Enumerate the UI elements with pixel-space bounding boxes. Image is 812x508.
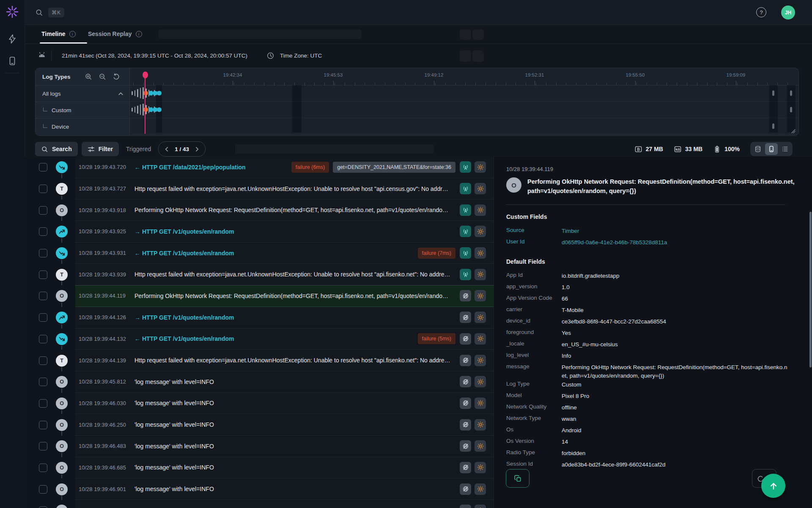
log-row-body[interactable]: 10/28 19:39:47.120 'log message' with le… (75, 500, 494, 508)
network-state-button[interactable] (460, 312, 471, 323)
brightness-button[interactable] (475, 312, 486, 323)
network-state-button[interactable] (460, 226, 471, 237)
log-row-body[interactable]: 10/28 19:39:43.925 → HTTP GET /v1/quotes… (75, 221, 494, 243)
view-mode-device-button[interactable] (765, 143, 778, 155)
log-row[interactable]: O 10/28 19:39:46.250 'log message' with … (25, 414, 494, 436)
zoom-out-icon[interactable] (99, 73, 106, 80)
log-row-body[interactable]: 10/28 19:39:45.812 'log message' with le… (75, 371, 494, 393)
brightness-button[interactable] (475, 290, 486, 301)
brightness-button[interactable] (475, 355, 486, 366)
log-row[interactable]: O 10/28 19:39:44.119 Performing OkHttp N… (25, 285, 494, 307)
row-checkbox[interactable] (39, 421, 47, 429)
brightness-button[interactable] (475, 161, 486, 173)
page-scrollbar-thumb[interactable] (809, 212, 812, 367)
log-row-body[interactable]: 10/28 19:39:44.119 Performing OkHttp Net… (75, 285, 494, 307)
prev-page-icon[interactable] (164, 146, 170, 152)
network-state-button[interactable] (460, 269, 471, 280)
timeline-plot[interactable]: 19:42:3419:45:5319:49:1219:52:3119:55:50… (130, 68, 798, 135)
log-row-body[interactable]: 10/28 19:39:43.931 ← HTTP GET /v1/quotes… (75, 243, 494, 264)
row-checkbox[interactable] (39, 399, 47, 408)
log-row[interactable]: 10/28 19:39:44.132 ← HTTP GET /v1/quotes… (25, 329, 494, 350)
row-checkbox[interactable] (39, 185, 47, 193)
log-type-row-all-logs[interactable]: All logs (36, 85, 129, 102)
brightness-button[interactable] (475, 505, 486, 508)
network-state-button[interactable] (460, 505, 471, 508)
global-search-input[interactable]: ⌘K (35, 6, 64, 19)
field-value[interactable]: wwan (562, 415, 576, 424)
field-value[interactable]: Yes (562, 329, 571, 338)
log-type-row-custom[interactable]: Custom (36, 102, 129, 118)
log-row-body[interactable]: 10/28 19:39:46.250 'log message' with le… (75, 414, 494, 436)
filter-button[interactable]: Filter (82, 142, 119, 156)
resize-handle-icon[interactable] (791, 129, 796, 133)
log-row[interactable]: O 10/28 19:39:43.918 Performing OkHttp N… (25, 199, 494, 221)
field-value[interactable]: 66 (562, 295, 568, 304)
row-checkbox[interactable] (39, 206, 47, 215)
field-value[interactable]: ce3efbd8-86f8-4c47-bcc2-27d2caa68554 (562, 318, 666, 326)
row-checkbox[interactable] (39, 227, 47, 236)
network-state-button[interactable] (460, 483, 471, 495)
network-state-button[interactable] (460, 376, 471, 387)
row-checkbox[interactable] (39, 442, 47, 450)
log-row-body[interactable]: 10/28 19:39:46.483 'log message' with le… (75, 436, 494, 457)
copy-button[interactable] (506, 469, 529, 488)
brightness-button[interactable] (475, 440, 486, 452)
brightness-button[interactable] (475, 483, 486, 495)
field-value[interactable]: Android (562, 426, 582, 435)
network-state-button[interactable] (460, 419, 471, 431)
field-value[interactable]: Performing OkHttp Network Request: Reque… (562, 363, 790, 381)
chevron-up-icon[interactable] (118, 91, 123, 97)
brightness-button[interactable] (475, 204, 486, 216)
network-state-button[interactable] (460, 440, 471, 452)
log-row-body[interactable]: 10/28 19:39:44.132 ← HTTP GET /v1/quotes… (75, 329, 494, 350)
row-checkbox[interactable] (39, 485, 47, 494)
events-nav-lightning-icon[interactable] (7, 34, 17, 44)
field-value[interactable]: io.bitdrift.gradletestapp (562, 272, 620, 281)
log-type-row-device[interactable]: Device (36, 118, 129, 135)
zoom-in-icon[interactable] (85, 73, 92, 80)
log-row[interactable]: O 10/28 19:39:47.120 'log message' with … (25, 500, 494, 508)
brightness-button[interactable] (475, 269, 486, 280)
row-checkbox[interactable] (39, 378, 47, 386)
log-row-body[interactable]: 10/28 19:39:43.720 ← HTTP GET /data/2021… (75, 157, 494, 178)
field-value[interactable]: 14 (562, 438, 568, 447)
field-value[interactable]: a0de83b4-bd2f-4ece-89f9-6602441caf2d (562, 461, 665, 469)
brightness-button[interactable] (475, 247, 486, 259)
log-row-body[interactable]: 10/28 19:39:46.685 'log message' with le… (75, 457, 494, 479)
brightness-button[interactable] (475, 419, 486, 431)
playhead-marker[interactable] (143, 72, 148, 78)
user-avatar[interactable]: JH (781, 6, 795, 19)
log-row[interactable]: 10/28 19:39:43.925 → HTTP GET /v1/quotes… (25, 221, 494, 243)
brightness-button[interactable] (475, 226, 486, 237)
field-value[interactable]: forbidden (562, 449, 585, 458)
network-state-button[interactable] (460, 161, 471, 173)
row-checkbox[interactable] (39, 249, 47, 257)
log-row-body[interactable]: 10/28 19:39:44.139 Http request failed w… (75, 350, 494, 371)
log-row-body[interactable]: 10/28 19:39:43.939 Http request failed w… (75, 264, 494, 285)
field-value[interactable]: 1.0 (562, 283, 570, 292)
network-state-button[interactable] (460, 290, 471, 301)
field-value[interactable]: Timber (562, 227, 579, 236)
log-row[interactable]: O 10/28 19:39:46.483 'log message' with … (25, 436, 494, 457)
reset-zoom-icon[interactable] (112, 73, 120, 80)
log-row-body[interactable]: 10/28 19:39:46.901 'log message' with le… (75, 478, 494, 500)
sessions-nav-device-icon[interactable] (7, 56, 17, 66)
tab-session-replay[interactable]: Session Replay i (88, 25, 142, 43)
row-checkbox[interactable] (39, 292, 47, 300)
bitdrift-logo-icon[interactable] (5, 5, 19, 19)
network-state-button[interactable] (460, 398, 471, 409)
log-row[interactable]: O 10/28 19:39:46.030 'log message' with … (25, 393, 494, 414)
field-value[interactable]: Custom (562, 381, 582, 389)
field-value[interactable]: en_US_#u-mu-celsius (562, 340, 618, 349)
log-row[interactable]: T 10/28 19:39:43.727 Http request failed… (25, 178, 494, 200)
log-row[interactable]: O 10/28 19:39:46.901 'log message' with … (25, 478, 494, 500)
row-checkbox[interactable] (39, 163, 47, 171)
info-icon[interactable]: i (69, 31, 76, 37)
tab-timeline[interactable]: Timeline i (41, 25, 76, 43)
info-icon[interactable]: i (136, 31, 142, 37)
field-value[interactable]: Pixel 8 Pro (562, 392, 589, 401)
log-row[interactable]: 10/28 19:39:43.931 ← HTTP GET /v1/quotes… (25, 243, 494, 264)
row-checkbox[interactable] (39, 464, 47, 472)
view-mode-data-button[interactable] (752, 143, 764, 155)
next-page-icon[interactable] (194, 146, 200, 152)
